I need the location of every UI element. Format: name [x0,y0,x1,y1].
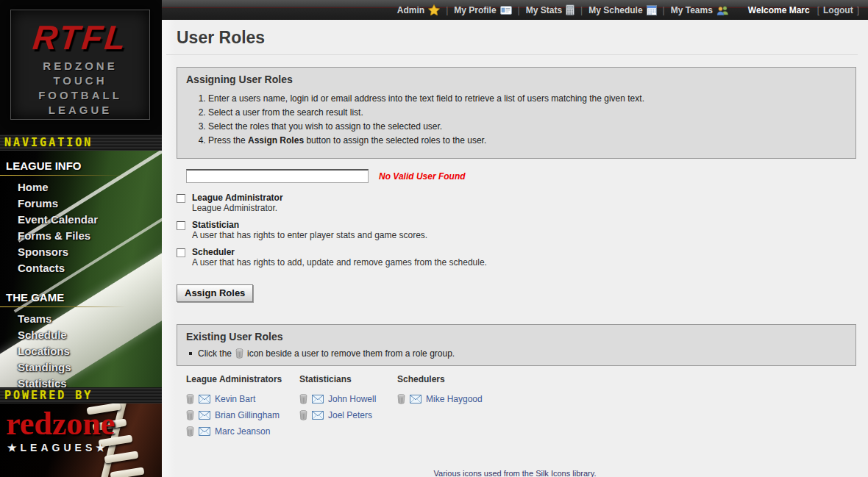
topbar-item-label: My Profile [454,5,496,15]
role-name: Scheduler [192,247,487,257]
bullet-decoration [189,352,192,355]
content: User Roles Assigning User Roles Enter a … [162,20,868,477]
existing-user-roles-box: Existing User Roles Click the icon besid… [177,324,856,366]
footer-silk-icons-credit[interactable]: Various icons used from the Silk Icons l… [162,469,868,477]
role-groups: League AdministratorsKevin BartBrian Gil… [186,374,868,440]
bin-icon [235,348,243,359]
sidebar-item-home[interactable]: Home [0,179,162,196]
topbar-separator: | [663,5,665,15]
rtfl-logo-text: REDZONE TOUCH FOOTBALL LEAGUE [11,59,149,118]
sidebar-item-sponsors[interactable]: Sponsors [0,244,162,260]
football-lace-decoration [110,467,145,477]
sidebar-section-title: THE GAME [0,287,162,305]
sidebar-item-teams[interactable]: Teams [0,311,162,327]
topbar-item-my-schedule[interactable]: My Schedule [588,5,656,15]
role-checkbox-scheduler[interactable] [177,248,185,257]
role-option-statistician: StatisticianA user that has rights to en… [177,220,868,240]
role-option-scheduler: SchedulerA user that has rights to add, … [177,247,868,268]
title-divider [166,54,858,55]
topbar-separator: | [446,5,448,15]
user-row: Joel Peters [299,407,397,423]
role-group-league-administrators: League AdministratorsKevin BartBrian Gil… [186,374,299,440]
main-area: Admin|My Profile|My Stats|My Schedule|My… [162,0,868,477]
sidebar-item-schedule[interactable]: Schedule [0,327,162,343]
note-text: icon beside a user to remove them from a… [247,348,455,359]
role-description: League Administrator. [192,203,283,213]
assign-roles-button[interactable]: Assign Roles [177,284,253,302]
calendar-icon [647,5,657,15]
email-icon[interactable] [410,395,421,404]
role-text: SchedulerA user that has rights to add, … [192,247,487,268]
email-icon[interactable] [199,395,210,404]
role-group-header: League Administrators [186,374,299,384]
email-icon[interactable] [312,411,324,420]
topbar-separator: | [518,5,520,15]
user-link-brian-gillingham[interactable]: Brian Gillingham [215,410,280,420]
existing-note: Click the icon beside a user to remove t… [188,348,847,359]
remove-user-bin-icon[interactable] [299,410,307,420]
user-link-joel-peters[interactable]: Joel Peters [328,410,372,420]
email-icon[interactable] [312,395,324,404]
sidebar-item-locations[interactable]: Locations [0,343,162,359]
remove-user-bin-icon[interactable] [299,394,307,404]
logout-bracket: ] [857,5,859,15]
user-link-marc-jeanson[interactable]: Marc Jeanson [215,426,270,437]
sidebar-item-standings[interactable]: Standings [0,359,162,376]
instruction-step: Select a user from the search result lis… [208,107,847,118]
assigning-box-title: Assigning User Roles [186,73,847,85]
role-text: StatisticianA user that has rights to en… [192,220,427,240]
vcard-icon [500,6,512,15]
section-underline-decoration [0,175,162,176]
topbar-item-my-stats[interactable]: My Stats [526,4,574,15]
role-group-statisticians: StatisticiansJohn HowellJoel Peters [299,374,397,440]
sidebar-section-league-info: LEAGUE INFOHomeForumsEvent CalendarForms… [0,155,162,276]
sidebar-item-event-calendar[interactable]: Event Calendar [0,212,162,228]
group-icon [716,5,729,15]
remove-user-bin-icon[interactable] [186,426,194,437]
rtfl-logo-line: FOOTBALL [11,88,149,103]
navigation-banner: NAVIGATION [0,135,162,151]
user-search-input[interactable] [186,169,369,183]
instruction-bold-text: Assign Roles [248,135,304,146]
assigning-instructions: Enter a users name, login id or email ad… [208,93,847,146]
rtfl-logo: RTFL REDZONE TOUCH FOOTBALL LEAGUE [10,10,150,120]
topbar-item-label: Admin [397,5,424,15]
topbar-item-admin[interactable]: Admin [397,4,440,15]
existing-box-title: Existing User Roles [186,331,847,342]
section-underline-decoration [0,306,162,307]
rtfl-logo-acronym: RTFL [9,18,152,57]
topbar-item-label: My Teams [671,5,713,15]
rtfl-logo-line: LEAGUE [11,103,149,118]
logout-link[interactable]: Logout [823,5,853,15]
user-link-kevin-bart[interactable]: Kevin Bart [215,394,255,404]
rtfl-logo-line: TOUCH [11,73,149,88]
redzone-brand-name: redzone [6,408,115,440]
note-text: Click the [198,348,232,359]
topbar-item-my-teams[interactable]: My Teams [671,5,729,15]
remove-user-bin-icon[interactable] [186,394,194,404]
redzone-brand-sub: ★LEAGUES★ [7,442,115,453]
topbar: Admin|My Profile|My Stats|My Schedule|My… [162,0,868,20]
user-row: Kevin Bart [186,391,299,407]
email-icon[interactable] [199,411,210,420]
sidebar-item-statistics[interactable]: Statistics [0,376,162,387]
role-text: League AdministratorLeague Administrator… [192,193,283,213]
topbar-item-my-profile[interactable]: My Profile [454,5,511,15]
role-checkbox-list: League AdministratorLeague Administrator… [177,193,868,268]
email-icon[interactable] [199,427,210,436]
remove-user-bin-icon[interactable] [186,410,194,420]
user-link-john-howell[interactable]: John Howell [328,394,376,404]
user-row: Brian Gillingham [186,407,299,423]
sidebar-item-contacts[interactable]: Contacts [0,260,162,276]
sidebar-item-forums[interactable]: Forums [0,196,162,212]
user-row: Marc Jeanson [186,423,299,440]
calculator-icon [566,4,574,15]
search-error-message: No Valid User Found [379,171,466,182]
role-checkbox-statistician[interactable] [177,221,185,230]
role-checkbox-league-administrator[interactable] [177,194,185,203]
user-link-mike-haygood[interactable]: Mike Haygood [426,394,483,404]
user-search-row: No Valid User Found [186,169,868,183]
remove-user-bin-icon[interactable] [397,394,405,404]
sidebar-item-forms-files[interactable]: Forms & Files [0,228,162,244]
welcome-text: Welcome Marc [748,5,810,15]
